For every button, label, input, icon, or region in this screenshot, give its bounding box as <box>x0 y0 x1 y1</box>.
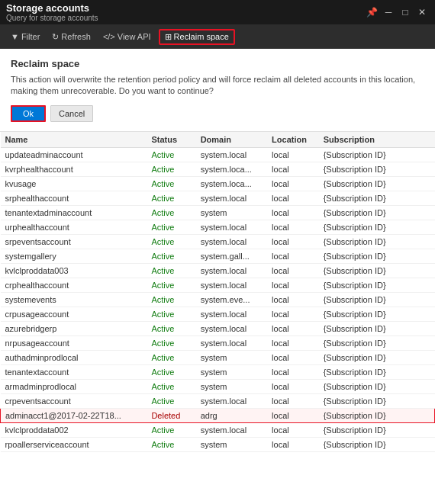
cell-name: nrpusageaccount <box>1 335 147 350</box>
cell-subscription: {Subscription ID} <box>319 220 435 234</box>
cell-domain: system <box>196 437 267 451</box>
col-header-name: Name <box>1 132 147 148</box>
dialog-box: Reclaim space This action will overwrite… <box>0 49 435 132</box>
col-header-subscription: Subscription <box>319 132 435 148</box>
table-row[interactable]: tenantextadminaccountActivesystemlocal{S… <box>1 205 435 220</box>
cell-name: kvrphealthaccount <box>1 162 147 176</box>
cell-location: local <box>267 249 319 263</box>
ok-button[interactable]: Ok <box>11 105 46 122</box>
cell-location: local <box>267 364 319 379</box>
table-row[interactable]: updateadminaccountActivesystem.localloca… <box>1 147 435 162</box>
cell-name: crphealthaccount <box>1 278 147 292</box>
cell-status: Active <box>147 147 195 162</box>
pin-button[interactable]: 📌 <box>365 5 379 19</box>
reclaim-icon: ⊞ <box>165 32 172 42</box>
table-row[interactable]: crphealthaccountActivesystem.locallocal{… <box>1 278 435 292</box>
table-row[interactable]: tenantextaccountActivesystemlocal{Subscr… <box>1 364 435 379</box>
cell-name: crpeventsaccount <box>1 393 147 408</box>
table-row[interactable]: systemgalleryActivesystem.gall...local{S… <box>1 249 435 263</box>
table-row[interactable]: azurebridgerpActivesystem.locallocal{Sub… <box>1 321 435 335</box>
cell-subscription: {Subscription ID} <box>319 321 435 335</box>
cell-domain: system.local <box>196 220 267 234</box>
cell-status: Deleted <box>147 408 195 422</box>
col-header-location: Location <box>267 132 319 148</box>
table-row[interactable]: authadminprodlocalActivesystemlocal{Subs… <box>1 350 435 364</box>
cell-status: Active <box>147 437 195 451</box>
cell-domain: system.loca... <box>196 176 267 191</box>
table-row[interactable]: kvusageActivesystem.loca...local{Subscri… <box>1 176 435 191</box>
cell-domain: system.local <box>196 234 267 249</box>
cell-location: local <box>267 307 319 321</box>
table-row[interactable]: srphealthaccountActivesystem.locallocal{… <box>1 191 435 205</box>
table-row[interactable]: nrpusageaccountActivesystem.locallocal{S… <box>1 335 435 350</box>
cell-location: local <box>267 205 319 220</box>
storage-accounts-table: Name Status Domain Location Subscription… <box>0 132 435 452</box>
cell-domain: system.local <box>196 191 267 205</box>
cell-subscription: {Subscription ID} <box>319 292 435 307</box>
filter-button[interactable]: ▼ Filter <box>6 30 44 43</box>
table-row[interactable]: armadminprodlocalActivesystemlocal{Subsc… <box>1 379 435 393</box>
window-controls: 📌 ─ □ ✕ <box>365 5 429 19</box>
cell-name: tenantextadminaccount <box>1 205 147 220</box>
cell-domain: system <box>196 205 267 220</box>
table-row[interactable]: srpeventsaccountActivesystem.locallocal{… <box>1 234 435 249</box>
cell-subscription: {Subscription ID} <box>319 437 435 451</box>
table-row[interactable]: kvlclproddata003Activesystem.locallocal{… <box>1 263 435 278</box>
cell-location: local <box>267 278 319 292</box>
table-row[interactable]: adminacct1@2017-02-22T18...Deletedadrglo… <box>1 408 435 422</box>
cell-status: Active <box>147 364 195 379</box>
col-header-domain: Domain <box>196 132 267 148</box>
view-api-button[interactable]: </> View API <box>98 30 156 43</box>
cell-subscription: {Subscription ID} <box>319 263 435 278</box>
cell-location: local <box>267 393 319 408</box>
cell-domain: system <box>196 364 267 379</box>
cell-status: Active <box>147 220 195 234</box>
cell-name: rpoallerserviceaccount <box>1 437 147 451</box>
reclaim-space-button[interactable]: ⊞ Reclaim space <box>159 29 235 45</box>
refresh-button[interactable]: ↻ Refresh <box>47 30 95 43</box>
table-row[interactable]: kvlclproddata002Activesystem.locallocal{… <box>1 422 435 437</box>
cell-status: Active <box>147 321 195 335</box>
cell-location: local <box>267 176 319 191</box>
cell-name: authadminprodlocal <box>1 350 147 364</box>
cell-name: crpusageaccount <box>1 307 147 321</box>
table-row[interactable]: systemeventsActivesystem.eve...local{Sub… <box>1 292 435 307</box>
cancel-button[interactable]: Cancel <box>50 105 93 122</box>
dialog-text: This action will overwrite the retention… <box>11 74 424 98</box>
table-header-row: Name Status Domain Location Subscription <box>1 132 435 148</box>
dialog-title: Reclaim space <box>11 58 424 69</box>
cell-name: systemevents <box>1 292 147 307</box>
cell-name: srphealthaccount <box>1 191 147 205</box>
cell-domain: system <box>196 379 267 393</box>
table-row[interactable]: crpeventsaccountActivesystem.locallocal{… <box>1 393 435 408</box>
table-row[interactable]: urphealthaccountActivesystem.locallocal{… <box>1 220 435 234</box>
cell-domain: system.local <box>196 393 267 408</box>
cell-subscription: {Subscription ID} <box>319 205 435 220</box>
cell-name: kvusage <box>1 176 147 191</box>
content-area: Reclaim space This action will overwrite… <box>0 49 435 504</box>
cell-subscription: {Subscription ID} <box>319 393 435 408</box>
minimize-button[interactable]: ─ <box>382 5 395 19</box>
cell-subscription: {Subscription ID} <box>319 408 435 422</box>
cell-location: local <box>267 408 319 422</box>
cell-status: Active <box>147 234 195 249</box>
cell-domain: system.local <box>196 422 267 437</box>
window-subtitle: Query for storage accounts <box>6 14 98 22</box>
cell-subscription: {Subscription ID} <box>319 191 435 205</box>
table-row[interactable]: crpusageaccountActivesystem.locallocal{S… <box>1 307 435 321</box>
cell-location: local <box>267 379 319 393</box>
cell-subscription: {Subscription ID} <box>319 422 435 437</box>
table-row[interactable]: rpoallerserviceaccountActivesystemlocal{… <box>1 437 435 451</box>
cell-location: local <box>267 422 319 437</box>
cell-status: Active <box>147 379 195 393</box>
cell-status: Active <box>147 393 195 408</box>
cell-location: local <box>267 162 319 176</box>
maximize-button[interactable]: □ <box>398 5 412 19</box>
cell-subscription: {Subscription ID} <box>319 307 435 321</box>
cell-name: kvlclproddata002 <box>1 422 147 437</box>
close-button[interactable]: ✕ <box>415 5 429 19</box>
table-row[interactable]: kvrphealthaccountActivesystem.loca...loc… <box>1 162 435 176</box>
cell-name: systemgallery <box>1 249 147 263</box>
table-container[interactable]: Name Status Domain Location Subscription… <box>0 132 435 504</box>
cell-subscription: {Subscription ID} <box>319 350 435 364</box>
